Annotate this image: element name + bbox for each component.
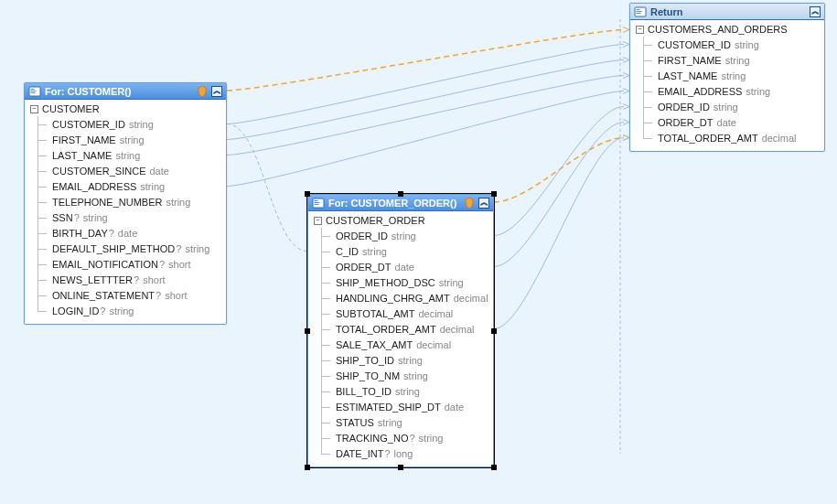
field-name: DATE_INT [336, 448, 383, 459]
field-row[interactable]: LAST_NAMEstring [30, 147, 220, 163]
field-row[interactable]: BILL_TO_IDstring [314, 383, 488, 399]
field-name: TRACKING_NO [336, 433, 408, 444]
field-name: SUBTOTAL_AMT [336, 308, 414, 319]
field-row[interactable]: ONLINE_STATEMENT?short [30, 287, 220, 303]
selection-handle[interactable] [305, 465, 310, 470]
field-row[interactable]: HANDLING_CHRG_AMTdecimal [314, 290, 488, 306]
field-row[interactable]: SSN?string [30, 209, 220, 225]
field-type: string [721, 70, 746, 81]
panel-order[interactable]: For: CUSTOMER_ORDER()︽−CUSTOMER_ORDERORD… [307, 194, 494, 467]
field-name: TOTAL_ORDER_AMT [658, 133, 758, 144]
selection-handle[interactable] [398, 191, 403, 197]
selection-handle[interactable] [491, 191, 497, 197]
tree-root[interactable]: −CUSTOMERS_AND_ORDERS [636, 24, 819, 35]
field-row[interactable]: SALE_TAX_AMTdecimal [314, 337, 488, 352]
panel-customer[interactable]: For: CUSTOMER()︽−CUSTOMERCUSTOMER_IDstri… [24, 82, 227, 325]
field-row[interactable]: TELEPHONE_NUMBERstring [30, 194, 220, 209]
field-row[interactable]: EMAIL_ADDRESSstring [636, 83, 819, 99]
field-row[interactable]: EMAIL_ADDRESSstring [30, 178, 220, 194]
field-name: ORDER_DT [658, 117, 714, 128]
field-name: CUSTOMER_ID [52, 119, 125, 130]
field-type: string [735, 39, 759, 50]
field-name: CUSTOMER_SINCE [52, 166, 145, 177]
collapse-button[interactable]: ︽ [810, 6, 821, 17]
tree-line [314, 445, 336, 461]
collapse-button[interactable]: ︽ [211, 86, 222, 97]
field-row[interactable]: NEWS_LETTTER?short [30, 272, 220, 287]
field-name: FIRST_NAME [658, 55, 722, 66]
field-name: NEWS_LETTTER [52, 274, 133, 285]
field-type: string [129, 119, 154, 130]
tree-line [314, 274, 336, 290]
field-row[interactable]: CUSTOMER_SINCEdate [30, 163, 220, 178]
panel-header[interactable]: For: CUSTOMER_ORDER()︽ [308, 195, 493, 211]
field-row[interactable]: ORDER_IDstring [636, 99, 819, 114]
field-name: SHIP_TO_NM [336, 370, 400, 381]
selection-handle[interactable] [491, 328, 497, 334]
field-row[interactable]: C_IDstring [314, 243, 488, 259]
field-type: string [395, 386, 420, 397]
tree-line [30, 178, 52, 194]
tree-line [30, 256, 52, 272]
field-type: long [393, 448, 413, 459]
panel-body: −CUSTOMERS_AND_ORDERSCUSTOMER_IDstringFI… [630, 20, 824, 151]
tree-toggle[interactable]: − [636, 26, 644, 34]
field-row[interactable]: BIRTH_DAY?date [30, 225, 220, 241]
field-row[interactable]: TRACKING_NO?string [314, 430, 488, 445]
tree-root[interactable]: −CUSTOMER [30, 103, 220, 114]
field-row[interactable]: DATE_INT?long [314, 445, 488, 461]
field-row[interactable]: STATUSstring [314, 414, 488, 430]
field-row[interactable]: SHIP_METHOD_DSCstring [314, 274, 488, 290]
field-row[interactable]: CUSTOMER_IDstring [636, 37, 819, 52]
tree-line [314, 290, 336, 306]
tree-line [30, 241, 52, 256]
field-row[interactable]: FIRST_NAMEstring [30, 132, 220, 147]
selection-handle[interactable] [398, 465, 403, 470]
tree-root[interactable]: −CUSTOMER_ORDER [314, 215, 488, 226]
field-row[interactable]: CUSTOMER_IDstring [30, 116, 220, 132]
collapse-button[interactable]: ︽ [478, 198, 489, 209]
panel-header[interactable]: Return︽ [630, 4, 824, 20]
optional-marker: ? [74, 212, 80, 223]
field-type: string [746, 86, 770, 97]
field-row[interactable]: TOTAL_ORDER_AMTdecimal [314, 321, 488, 337]
field-row[interactable]: ORDER_DTdate [314, 259, 488, 274]
field-type: decimal [762, 133, 797, 144]
field-row[interactable]: ORDER_DTdate [636, 114, 819, 130]
field-row[interactable]: SUBTOTAL_AMTdecimal [314, 306, 488, 321]
tree-toggle[interactable]: − [30, 105, 38, 113]
field-row[interactable]: TOTAL_ORDER_AMTdecimal [636, 130, 819, 145]
field-row[interactable]: FIRST_NAMEstring [636, 52, 819, 68]
tree-line [636, 130, 658, 145]
field-name: ONLINE_STATEMENT [52, 290, 155, 301]
selection-handle[interactable] [305, 328, 310, 334]
field-row[interactable]: SHIP_TO_NMstring [314, 368, 488, 383]
field-type: string [362, 246, 387, 257]
field-row[interactable]: EMAIL_NOTIFICATION?short [30, 256, 220, 272]
panel-title: For: CUSTOMER() [45, 86, 193, 97]
panel-returnp[interactable]: Return︽−CUSTOMERS_AND_ORDERSCUSTOMER_IDs… [629, 3, 825, 152]
selection-handle[interactable] [491, 465, 497, 470]
field-row[interactable]: LAST_NAMEstring [636, 68, 819, 83]
panel-header[interactable]: For: CUSTOMER()︽ [25, 83, 226, 100]
optional-marker: ? [109, 228, 114, 239]
field-type: string [725, 55, 750, 66]
field-row[interactable]: ORDER_IDstring [314, 228, 488, 243]
field-row[interactable]: LOGIN_ID?string [30, 303, 220, 318]
tree-toggle[interactable]: − [314, 217, 322, 225]
optional-marker: ? [100, 306, 105, 316]
field-row[interactable]: SHIP_TO_IDstring [314, 352, 488, 368]
field-row[interactable]: ESTIMATED_SHIP_DTdate [314, 399, 488, 414]
field-name: CUSTOMER_ID [658, 39, 731, 50]
field-name: TELEPHONE_NUMBER [52, 197, 162, 208]
field-row[interactable]: DEFAULT_SHIP_METHOD?string [30, 241, 220, 256]
svg-rect-2 [31, 89, 35, 90]
panel-icon [634, 5, 647, 18]
selection-handle[interactable] [305, 191, 310, 197]
tree-line [636, 83, 658, 99]
field-type: string [83, 212, 108, 223]
tree-line [30, 303, 52, 318]
optional-marker: ? [159, 259, 165, 270]
tree-line [30, 132, 52, 147]
field-type: short [143, 274, 165, 285]
